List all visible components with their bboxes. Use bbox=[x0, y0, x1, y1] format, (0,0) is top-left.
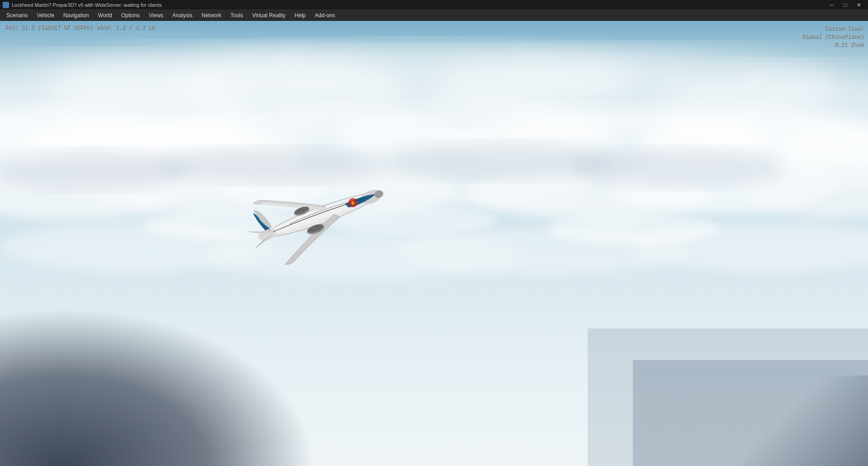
svg-point-32 bbox=[163, 48, 705, 102]
menu-virtual-reality[interactable]: Virtual Reality bbox=[248, 10, 290, 20]
svg-rect-28 bbox=[633, 360, 868, 466]
viewport[interactable]: ✿ FPS: 31.5 (TARGET OF 35FPS) VRAM: 2.2 … bbox=[0, 21, 868, 466]
clouds-layer bbox=[0, 21, 868, 466]
svg-point-19 bbox=[0, 150, 190, 190]
svg-point-22 bbox=[570, 148, 787, 187]
view-line1: Custom View: bbox=[802, 24, 863, 33]
menu-views[interactable]: Views bbox=[144, 10, 168, 20]
close-button[interactable]: ✕ bbox=[853, 1, 865, 9]
maximize-button[interactable]: □ bbox=[839, 1, 852, 9]
window-controls: ─ □ ✕ bbox=[826, 1, 865, 9]
airplane: ✿ bbox=[235, 166, 407, 270]
hud-view-display: Custom View: Gimbal (ChasePlane) 0.21 Zo… bbox=[802, 24, 863, 49]
minimize-button[interactable]: ─ bbox=[826, 1, 838, 9]
hud-fps-display: FPS: 31.5 (TARGET OF 35FPS) VRAM: 2.2 / … bbox=[5, 24, 154, 31]
menu-analysis[interactable]: Analysis bbox=[168, 10, 197, 20]
fps-text: FPS: 31.5 (TARGET OF 35FPS) VRAM: 2.2 / … bbox=[5, 24, 154, 31]
view-line3: 0.21 Zoom bbox=[802, 41, 863, 49]
svg-point-31 bbox=[547, 214, 719, 244]
menu-options[interactable]: Options bbox=[117, 10, 144, 20]
menu-network[interactable]: Network bbox=[197, 10, 226, 20]
titlebar: Lockheed Martin? Prepar3D? v5 with WideS… bbox=[0, 0, 868, 10]
menu-scenario[interactable]: Scenario bbox=[2, 10, 32, 20]
app-icon bbox=[3, 2, 9, 8]
window-title: Lockheed Martin? Prepar3D? v5 with WideS… bbox=[12, 2, 162, 8]
titlebar-left: Lockheed Martin? Prepar3D? v5 with WideS… bbox=[3, 2, 162, 8]
menu-add-ons[interactable]: Add-ons bbox=[310, 10, 340, 20]
menu-world[interactable]: World bbox=[94, 10, 117, 20]
menu-tools[interactable]: Tools bbox=[226, 10, 248, 20]
menubar: Scenario Vehicle Navigation World Option… bbox=[0, 10, 868, 21]
menu-navigation[interactable]: Navigation bbox=[59, 10, 94, 20]
view-line2: Gimbal (ChasePlane) bbox=[802, 33, 863, 41]
menu-help[interactable]: Help bbox=[290, 10, 311, 20]
menu-vehicle[interactable]: Vehicle bbox=[32, 10, 59, 20]
